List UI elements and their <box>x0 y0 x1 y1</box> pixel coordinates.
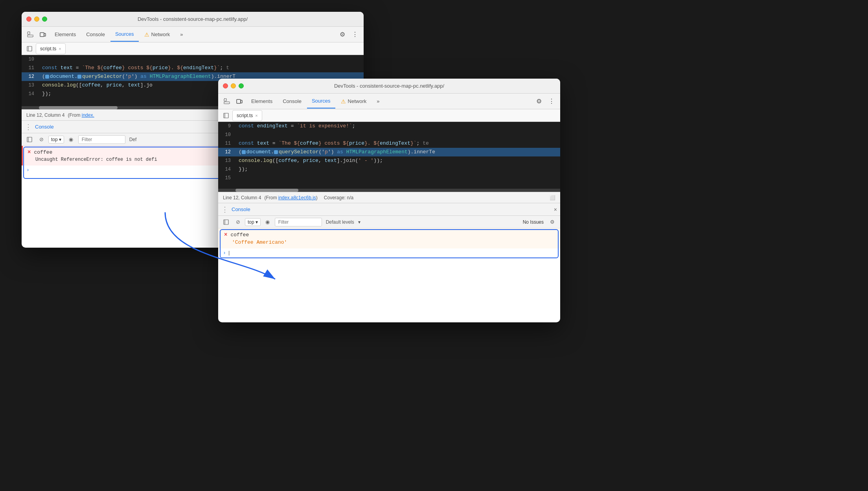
console-content-front: × coffee 'Coffee Americano' › | <box>218 228 560 257</box>
tab-sources-back[interactable]: Sources <box>110 28 139 42</box>
svg-rect-14 <box>224 220 228 224</box>
console-title-back[interactable]: Console <box>35 124 54 130</box>
devtools-toolbar-back: Elements Console Sources ⚠ Network » ⚙ ⋮ <box>22 27 364 42</box>
console-filter-input-front[interactable] <box>275 218 322 226</box>
tab-network-front[interactable]: ⚠ Network <box>336 94 371 108</box>
title-bar-front: DevTools - consistent-source-map-pc.netl… <box>218 79 560 94</box>
svg-rect-6 <box>27 137 32 142</box>
file-tab-close-front[interactable]: × <box>255 113 257 118</box>
svg-rect-0 <box>28 32 30 34</box>
traffic-light-yellow-back[interactable] <box>34 17 39 22</box>
file-tab-script-front[interactable]: script.ts × <box>232 110 262 121</box>
tab-console-front[interactable]: Console <box>278 94 306 108</box>
line-content-9-front: const endingText = `it is expensive!`; <box>235 122 560 131</box>
window-title-front: DevTools - consistent-source-map-pc.netl… <box>334 83 444 89</box>
more-options-icon-front[interactable]: ⋮ <box>546 96 557 107</box>
line-num-15-front: 15 <box>218 174 235 182</box>
line-content-12-front: (document.querySelector('p') as HTMLPara… <box>235 148 560 156</box>
code-line-10-front: 10 <box>218 131 560 139</box>
cursor-position-back: Line 12, Column 4 <box>26 112 64 118</box>
tab-elements-back[interactable]: Elements <box>50 28 81 42</box>
svg-rect-2 <box>40 33 44 37</box>
console-more-icon-front[interactable]: ⋮ <box>221 205 228 214</box>
console-more-icon-back[interactable]: ⋮ <box>25 123 32 131</box>
from-label-front: (From index.a8c1ec6b.js) <box>264 195 317 200</box>
line-num-13-front: 13 <box>218 156 235 165</box>
console-title-front[interactable]: Console <box>232 206 250 212</box>
console-filter-input-back[interactable] <box>78 135 125 144</box>
no-issues-label-front: No Issues <box>523 219 544 225</box>
svg-rect-12 <box>224 113 228 118</box>
inspect-icon-back[interactable] <box>25 29 36 40</box>
default-levels-front: Default levels <box>326 219 354 225</box>
code-line-11-back: 11 const text = `The ${coffee} costs ${p… <box>22 64 364 72</box>
svg-rect-9 <box>224 102 230 104</box>
success-row-front: × coffee 'Coffee Americano' <box>218 228 560 248</box>
tab-more-back[interactable]: » <box>175 28 188 42</box>
device-toggle-icon-front[interactable] <box>234 96 245 107</box>
success-title-text-front: coffee <box>230 232 249 238</box>
sidebar-expand-icon-front[interactable] <box>221 111 231 120</box>
traffic-light-red-front[interactable] <box>223 83 228 88</box>
network-warn-icon-back: ⚠ <box>144 31 149 38</box>
console-eye-icon-front[interactable]: ◉ <box>263 217 272 227</box>
line-content-11-back: const text = `The ${coffee} costs ${pric… <box>39 64 364 72</box>
success-value-text-front: 'Coffee Americano' <box>232 239 287 245</box>
line-num-12-front: 12 <box>218 148 235 156</box>
scrollbar-thumb-back <box>39 106 118 109</box>
code-line-15-front: 15 <box>218 174 560 182</box>
code-line-9-front: 9 const endingText = `it is expensive!`; <box>218 122 560 131</box>
svg-rect-8 <box>224 99 226 101</box>
console-close-icon-front[interactable]: × <box>554 206 557 213</box>
tab-elements-front[interactable]: Elements <box>246 94 277 108</box>
console-sidebar-icon-front[interactable] <box>221 217 231 227</box>
line-content-14-front: }); <box>235 165 560 174</box>
console-clear-icon-front[interactable]: ⊘ <box>233 217 243 227</box>
console-prompt-front[interactable]: › | <box>218 248 560 257</box>
sidebar-expand-icon-back[interactable] <box>25 44 34 53</box>
source-link-back[interactable]: index. <box>82 112 94 118</box>
console-context-dropdown-front[interactable]: top ▾ <box>245 218 261 226</box>
traffic-lights-front <box>223 83 244 88</box>
traffic-lights-back <box>26 17 47 22</box>
source-link-front[interactable]: index.a8c1ec6b.js <box>278 195 316 200</box>
tab-list-back: Elements Console Sources ⚠ Network » <box>50 28 335 42</box>
prompt-cursor-front: | <box>228 250 231 256</box>
console-sidebar-icon-back[interactable] <box>25 135 34 144</box>
inspect-icon-front[interactable] <box>221 96 232 107</box>
tab-more-front[interactable]: » <box>372 94 384 108</box>
traffic-light-red-back[interactable] <box>26 17 31 22</box>
more-options-icon-back[interactable]: ⋮ <box>349 29 360 40</box>
window-title-back: DevTools - consistent-source-map-pc.netl… <box>138 16 248 22</box>
toolbar-right-front: ⚙ ⋮ <box>533 96 557 107</box>
tab-console-back[interactable]: Console <box>81 28 110 42</box>
code-line-10-back: 10 <box>22 55 364 64</box>
tab-list-front: Elements Console Sources ⚠ Network » <box>246 94 532 108</box>
svg-rect-3 <box>44 33 46 36</box>
prompt-arrow-back: › <box>26 167 29 173</box>
success-header-front: × coffee <box>224 232 555 238</box>
tab-network-back[interactable]: ⚠ Network <box>140 28 175 42</box>
console-settings-icon-front[interactable]: ⚙ <box>548 217 557 227</box>
traffic-light-yellow-front[interactable] <box>231 83 236 88</box>
file-tab-close-back[interactable]: × <box>59 46 61 51</box>
line-num-13-back: 13 <box>22 81 39 90</box>
from-text-back: (From index. <box>68 112 94 118</box>
console-context-dropdown-back[interactable]: top ▾ <box>48 136 64 143</box>
title-bar-back: DevTools - consistent-source-map-pc.netl… <box>22 12 364 27</box>
file-tab-script-back[interactable]: script.ts × <box>36 43 66 54</box>
console-header-front: ⋮ Console × <box>218 203 560 216</box>
device-toggle-icon-back[interactable] <box>37 29 48 40</box>
screenshot-icon-front[interactable]: ⬜ <box>550 195 555 200</box>
traffic-light-green-front[interactable] <box>239 83 244 88</box>
svg-rect-1 <box>28 35 33 37</box>
settings-icon-front[interactable]: ⚙ <box>533 96 544 107</box>
code-scrollbar-front[interactable] <box>218 189 560 192</box>
code-line-14-front: 14 }); <box>218 165 560 174</box>
console-eye-icon-back[interactable]: ◉ <box>66 135 76 144</box>
console-clear-icon-back[interactable]: ⊘ <box>37 135 46 144</box>
settings-icon-back[interactable]: ⚙ <box>337 29 348 40</box>
code-area-front: 9 const endingText = `it is expensive!`;… <box>218 122 560 189</box>
tab-sources-front[interactable]: Sources <box>307 94 335 108</box>
traffic-light-green-back[interactable] <box>42 17 47 22</box>
